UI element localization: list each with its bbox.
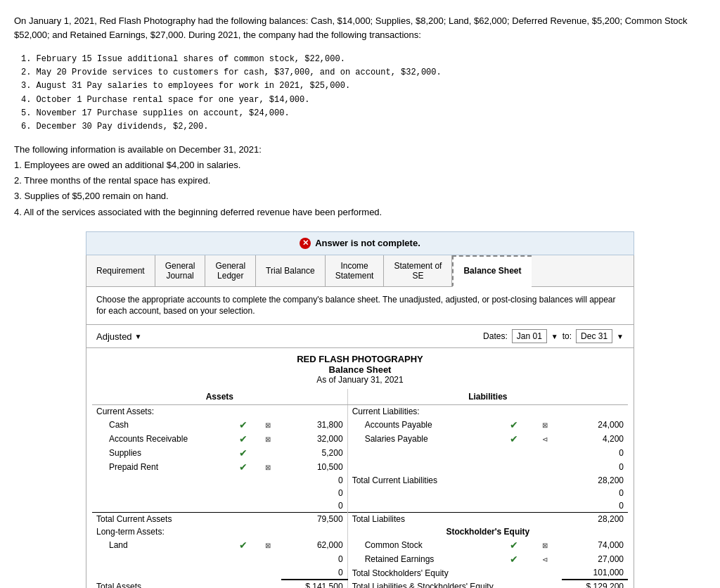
tab-trial-balance[interactable]: Trial Balance [256,255,326,286]
info-paragraph: The following information is available o… [14,142,706,158]
supplies-check[interactable]: ✔ [235,446,261,460]
cash-expand[interactable]: ⊠ [261,418,281,432]
x-icon: ✕ [300,238,311,249]
land-expand[interactable]: ⊠ [261,538,281,552]
adjustment-1: 1. Employees are owed an additional $4,2… [14,158,706,173]
common-stock-check[interactable]: ✔ [506,538,537,552]
liab-zero-4: 0 [562,499,628,513]
liab-empty-check-1 [506,446,537,460]
table-row: Current Assets: Current Liabilities: [92,405,628,418]
prepaid-rent-expand[interactable]: ⊠ [261,460,281,474]
balance-sheet-table: Assets Liabilities Current Assets: Curre… [92,389,628,588]
tabs-container: Requirement General Journal General Ledg… [86,255,634,588]
prepaid-rent-check[interactable]: ✔ [235,460,261,474]
common-stock-amount: 74,000 [562,538,628,552]
expand-icon[interactable]: ⊠ [265,435,271,443]
accounts-payable-check[interactable]: ✔ [506,418,537,432]
accounts-payable-expand[interactable]: ⊠ [538,418,562,432]
expand-icon[interactable]: ⊠ [265,464,271,471]
expand-icon[interactable]: ⊠ [542,421,548,429]
lt-empty-2 [92,566,235,580]
date-from[interactable]: Jan 01 [512,329,547,343]
ar-label: Accounts Receivable [92,432,235,446]
tab-requirement[interactable]: Requirement [86,255,155,286]
dropdown-arrow[interactable]: ▼ [135,333,142,340]
asset-empty-check-1 [235,474,261,487]
balance-sheet-container: RED FLASH PHOTOGRAPHY Balance Sheet As o… [86,348,634,588]
accounts-payable-amount: 24,000 [562,418,628,432]
answer-banner-text: Answer is not complete. [315,238,420,248]
retained-earnings-check[interactable]: ✔ [506,552,537,566]
cash-amount: 31,800 [281,418,347,432]
tab-balance-sheet[interactable]: Balance Sheet [452,255,531,287]
transaction-1: 1. February 15 Issue additional shares o… [21,53,706,66]
salaries-payable-check[interactable]: ✔ [506,432,537,446]
liab-empty-3 [347,487,506,499]
expand-icon[interactable]: ⊲ [542,435,548,443]
balance-type-selector[interactable]: Adjusted ▼ [96,331,142,342]
expand-icon[interactable]: ⊠ [542,542,548,549]
answer-banner: ✕ Answer is not complete. [86,231,634,255]
total-stockholders-equity-label: Total Stockholders' Equity [347,566,562,580]
ar-amount: 32,000 [281,432,347,446]
bs-header: RED FLASH PHOTOGRAPHY Balance Sheet As o… [92,354,628,385]
total-stockholders-equity-amount: 101,000 [562,566,628,580]
lt-zero-1: 0 [281,552,347,566]
instructions-text: Choose the appropriate accounts to compl… [86,287,634,326]
tab-general-ledger[interactable]: General Ledger [205,255,256,286]
total-liabilities-amount: 28,200 [562,513,628,526]
common-stock-expand[interactable]: ⊠ [538,538,562,552]
lt-zero-2: 0 [281,566,347,580]
land-label: Land [92,538,235,552]
expand-icon[interactable]: ⊠ [265,542,271,549]
transaction-5: 5. November 17 Purchase supplies on acco… [21,107,706,120]
dropdown-from[interactable]: ▼ [551,333,558,340]
asset-empty-1 [92,474,235,487]
salaries-payable-label: Salaries Payable [347,432,506,446]
tab-statement-se[interactable]: Statement of SE [384,255,452,286]
cash-check[interactable]: ✔ [235,418,261,432]
lt-empty-expand-2 [261,566,281,580]
land-amount: 62,000 [281,538,347,552]
dropdown-to[interactable]: ▼ [617,333,624,340]
dates-row: Dates: Jan 01 ▼ to: Dec 31 ▼ [483,329,624,343]
ar-expand[interactable]: ⊠ [261,432,281,446]
check-icon: ✔ [239,539,248,551]
lt-empty-check-1 [235,552,261,566]
total-current-assets-row: Total Current Assets 79,500 Total Liabil… [92,513,628,526]
asset-zero-3: 0 [281,499,347,513]
check-icon: ✔ [510,554,518,565]
adjustment-4: 4. All of the services associated with t… [14,205,706,220]
salaries-payable-expand[interactable]: ⊲ [538,432,562,446]
liab-empty-expand-2 [538,460,562,474]
retained-earnings-expand[interactable]: ⊲ [538,552,562,566]
liab-zero-3: 0 [562,487,628,499]
liab-empty-4 [347,499,506,513]
tab-general-journal[interactable]: General Journal [155,255,206,286]
adjustment-3: 3. Supplies of $5,200 remain on hand. [14,188,706,204]
cash-label: Cash [92,418,235,432]
date-to[interactable]: Dec 31 [576,329,612,343]
liab-empty-check-2 [506,460,537,474]
expand-icon[interactable]: ⊠ [265,421,271,429]
check-icon: ✔ [239,447,248,459]
table-row: Cash ✔ ⊠ 31,800 Accounts Payable ✔ ⊠ 24,… [92,418,628,432]
lt-empty-check-2 [235,566,261,580]
liab-empty-2 [347,460,506,474]
liabilities-header: Liabilities [347,389,628,405]
balance-type-label: Adjusted [96,331,132,342]
sheet-title: Balance Sheet [92,364,628,375]
expand-icon[interactable]: ⊲ [542,556,548,563]
tab-income-statement[interactable]: Income Statement [326,255,385,286]
ar-check[interactable]: ✔ [235,432,261,446]
total-liabilities-label: Total Liabilites [347,513,562,526]
asset-zero-1: 0 [281,474,347,487]
lt-empty-1 [92,552,235,566]
table-row: Accounts Receivable ✔ ⊠ 32,000 Salaries … [92,432,628,446]
check-icon: ✔ [239,461,248,473]
supplies-amount: 5,200 [281,446,347,460]
land-check[interactable]: ✔ [235,538,261,552]
long-term-label: Long-term Assets: [92,525,281,538]
asset-empty-3 [92,499,235,513]
table-row: 0 0 [92,499,628,513]
